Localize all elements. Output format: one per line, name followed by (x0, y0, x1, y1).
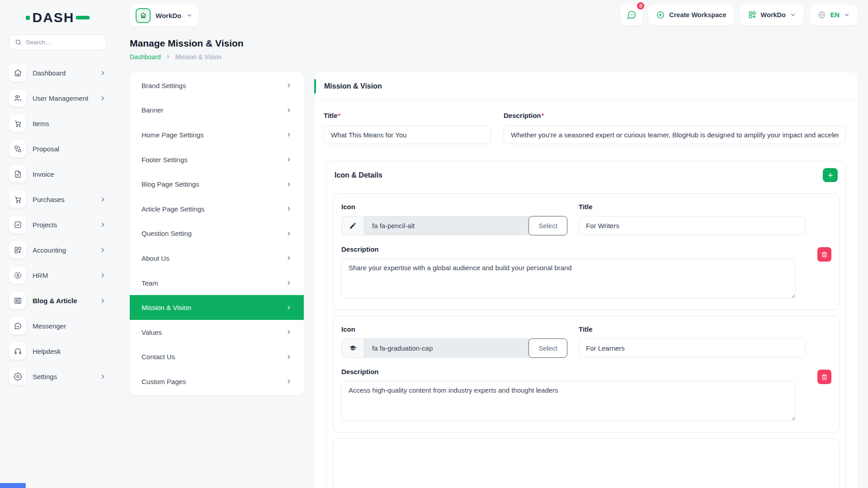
submenu-item-article-page-settings[interactable]: Article Page Settings (130, 197, 304, 221)
loading-bar (0, 483, 26, 488)
settings-submenu: Brand Settings Banner Home Page Settings… (130, 72, 304, 395)
workspace-switcher[interactable]: WorkDo (740, 5, 804, 25)
item-description-label: Description (341, 368, 831, 375)
logo-dot (26, 16, 30, 20)
submenu-item-blog-page-settings[interactable]: Blog Page Settings (130, 172, 304, 197)
chevron-right-icon (286, 107, 292, 113)
page-title: Manage Mission & Vision (130, 38, 858, 49)
icon-select-button[interactable]: Select (528, 338, 567, 358)
sidebar-item-messenger[interactable]: Messenger (9, 313, 106, 338)
submenu-item-contact-us[interactable]: Contact Us (130, 345, 304, 370)
icon-field-group: Icon Select (341, 325, 567, 358)
item-title-field-group: Title (579, 325, 806, 358)
workspace-avatar (136, 8, 151, 23)
unread-badge: 0 (636, 1, 645, 10)
item-title-label: Title (579, 203, 806, 211)
card-title: Mission & Vision (324, 82, 848, 90)
content-layout: Brand Settings Banner Home Page Settings… (130, 72, 858, 488)
messages-button[interactable]: 0 (620, 5, 642, 25)
item-title-input[interactable] (579, 338, 806, 357)
sidebar-nav: Dashboard User Management Items Proposal… (9, 60, 106, 389)
chevron-right-icon (286, 181, 292, 188)
chevron-right-icon (286, 329, 292, 335)
gear-icon (9, 368, 26, 385)
sidebar-item-purchases[interactable]: Purchases (9, 187, 106, 212)
submenu-item-values[interactable]: Values (130, 320, 304, 345)
main-form-row: Title* Description* (314, 100, 858, 155)
plus-circle-icon (656, 10, 665, 19)
chevron-right-icon (99, 221, 106, 228)
submenu-item-team[interactable]: Team (130, 271, 304, 296)
building-icon (139, 11, 147, 19)
app-logo: DASH (9, 11, 106, 24)
breadcrumb-dashboard-link[interactable]: Dashboard (130, 53, 161, 61)
chevron-right-icon (286, 230, 292, 237)
sidebar-item-projects[interactable]: Projects (9, 212, 106, 237)
icon-details-section: Icon & Details Icon (326, 160, 846, 488)
item-title-label: Title (579, 325, 806, 333)
graduation-cap-icon (341, 338, 364, 358)
required-mark: * (542, 112, 544, 119)
workflow-icon (9, 140, 26, 157)
sidebar-item-items[interactable]: Items (9, 111, 106, 136)
icon-class-input[interactable] (364, 338, 530, 358)
chevron-right-icon (286, 206, 292, 212)
sidebar-item-settings[interactable]: Settings (9, 364, 106, 389)
search-icon (15, 39, 22, 46)
icon-class-input[interactable] (364, 216, 530, 235)
chevron-right-icon (286, 82, 292, 89)
delete-item-button[interactable] (817, 370, 831, 384)
topbar: WorkDo 0 Create Workspace WorkDo EN (130, 0, 858, 31)
item-title-input[interactable] (579, 216, 806, 235)
chevron-right-icon (286, 354, 292, 360)
sidebar-item-blog-article[interactable]: Blog & Article (9, 288, 106, 313)
breadcrumb-current: Mission & Vision (175, 53, 222, 61)
chevron-right-icon (99, 95, 106, 102)
search-input[interactable] (26, 39, 106, 46)
sidebar-item-helpdesk[interactable]: Helpdesk (9, 338, 106, 364)
sidebar-item-invoice[interactable]: Invoice (9, 161, 106, 187)
logo-text: DASH (32, 11, 74, 24)
title-field-group: Title* (324, 112, 491, 144)
description-input[interactable] (504, 125, 846, 144)
home-icon (9, 64, 26, 81)
create-workspace-button[interactable]: Create Workspace (648, 5, 734, 25)
submenu-item-custom-pages[interactable]: Custom Pages (130, 369, 304, 394)
users-icon (9, 89, 26, 107)
submenu-item-mission-vision[interactable]: Mission & Vision (130, 295, 304, 320)
item-title-field-group: Title (579, 203, 806, 235)
chevron-right-icon (286, 255, 292, 261)
sidebar: DASH Dashboard User Management Items Pro… (0, 0, 115, 488)
headphones-icon (9, 343, 26, 360)
chevron-right-icon (99, 196, 106, 203)
icon-select-button[interactable]: Select (528, 216, 567, 235)
submenu-item-footer-settings[interactable]: Footer Settings (130, 147, 304, 172)
workspace-pill[interactable]: WorkDo (130, 5, 198, 26)
title-input[interactable] (324, 125, 491, 144)
sidebar-item-hrm[interactable]: HRM (9, 263, 106, 288)
trash-icon (821, 251, 828, 258)
submenu-item-home-page-settings[interactable]: Home Page Settings (130, 122, 304, 147)
item-description-textarea[interactable]: Share your expertise with a global audie… (341, 258, 796, 299)
icon-detail-item: Icon Select Title (333, 193, 840, 310)
delete-item-button[interactable] (817, 247, 831, 262)
submenu-item-brand-settings[interactable]: Brand Settings (130, 73, 304, 98)
language-selector[interactable]: EN (810, 5, 858, 25)
icon-details-title: Icon & Details (335, 171, 382, 179)
item-description-textarea[interactable]: Access high-quality content from industr… (341, 381, 796, 421)
chevron-right-icon (286, 305, 292, 311)
sidebar-item-proposal[interactable]: Proposal (9, 136, 106, 161)
submenu-item-about-us[interactable]: About Us (130, 246, 304, 271)
icon-detail-item (333, 438, 840, 488)
submenu-item-question-setting[interactable]: Question Setting (130, 221, 304, 246)
cart-icon (9, 191, 26, 208)
chevron-right-icon (286, 378, 292, 385)
pencil-icon (341, 216, 364, 235)
sidebar-item-accounting[interactable]: Accounting (9, 237, 106, 263)
submenu-item-banner[interactable]: Banner (130, 98, 304, 123)
sidebar-item-user-management[interactable]: User Management (9, 85, 106, 111)
icon-details-header: Icon & Details (333, 167, 840, 188)
add-item-button[interactable] (823, 168, 838, 182)
globe-icon (817, 10, 826, 19)
sidebar-item-dashboard[interactable]: Dashboard (9, 60, 106, 85)
